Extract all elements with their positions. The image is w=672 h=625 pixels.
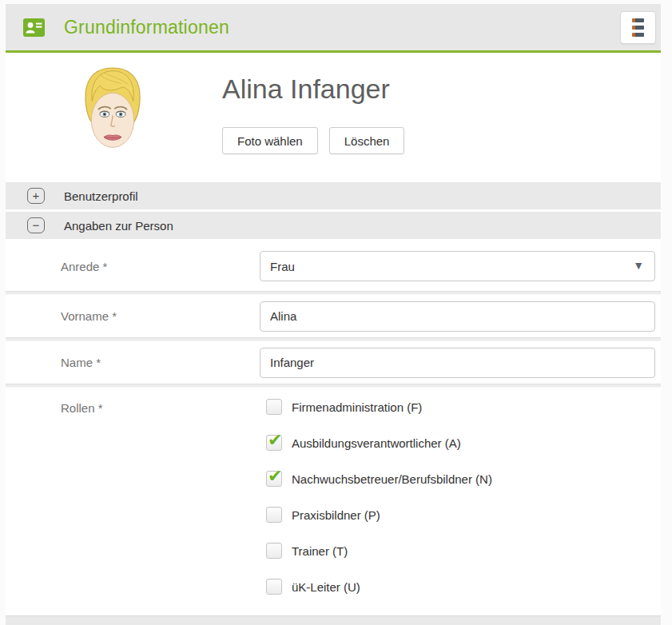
- form-row-name: Name *: [6, 341, 661, 384]
- choose-photo-button[interactable]: Foto wählen: [222, 127, 318, 154]
- role-label: Trainer (T): [292, 544, 348, 558]
- checkbox-ausbildungsverantwortlicher[interactable]: [266, 435, 282, 451]
- section-label: Benutzerprofil: [64, 189, 138, 203]
- section-benutzerprofil[interactable]: + Benutzerprofil: [6, 182, 661, 209]
- checkbox-trainer[interactable]: [266, 543, 282, 559]
- role-label: Firmenadministration (F): [292, 400, 422, 414]
- role-label: Praxisbildner (P): [292, 508, 380, 522]
- menu-bar-icon: [632, 26, 644, 30]
- section-angaben-zur-person[interactable]: − Angaben zur Person: [6, 212, 661, 239]
- role-firmenadministration[interactable]: Firmenadministration (F): [266, 399, 661, 415]
- anrede-selected-value: Frau: [270, 260, 295, 273]
- role-label: üK-Leiter (U): [292, 580, 360, 594]
- menu-bar-icon: [632, 33, 644, 37]
- role-label: Nachwuchsbetreuer/Berufsbildner (N): [292, 472, 492, 486]
- form-row-vorname: Vorname *: [6, 295, 661, 337]
- role-trainer[interactable]: Trainer (T): [266, 543, 661, 559]
- role-praxisbildner[interactable]: Praxisbildner (P): [266, 507, 661, 523]
- panel-header: Grundinformationen: [6, 4, 661, 53]
- profile-name: Alina Infanger: [222, 74, 404, 105]
- profile-details: Alina Infanger Foto wählen Löschen: [222, 53, 404, 154]
- page-title: Grundinformationen: [64, 17, 229, 38]
- role-nachwuchsbetreuer[interactable]: Nachwuchsbetreuer/Berufsbildner (N): [266, 471, 661, 487]
- name-label: Name *: [61, 356, 260, 369]
- grundinformationen-panel: Grundinformationen: [6, 4, 661, 625]
- checkbox-uek-leiter[interactable]: [266, 579, 282, 595]
- role-uek-leiter[interactable]: üK-Leiter (U): [266, 579, 661, 595]
- role-label: Ausbildungsverantwortlicher (A): [292, 436, 461, 450]
- expand-icon[interactable]: +: [27, 188, 45, 204]
- anrede-select[interactable]: Frau ▼: [260, 251, 655, 281]
- photo-actions: Foto wählen Löschen: [222, 127, 404, 154]
- menu-bar-icon: [632, 18, 644, 22]
- collapse-icon[interactable]: −: [27, 217, 45, 233]
- id-card-icon: [23, 18, 45, 37]
- vorname-label: Vorname *: [61, 309, 260, 323]
- section-label: Angaben zur Person: [64, 219, 173, 233]
- anrede-label: Anrede *: [61, 260, 260, 273]
- form-row-anrede: Anrede * Frau ▼: [6, 241, 661, 291]
- avatar: [76, 64, 149, 165]
- form-row-rollen: Rollen * Firmenadministration (F) Ausbil…: [6, 388, 661, 612]
- context-menu-button[interactable]: [620, 11, 656, 44]
- profile-section: Alina Infanger Foto wählen Löschen: [6, 53, 661, 181]
- checkbox-firmenadministration[interactable]: [266, 399, 282, 415]
- checkbox-nachwuchsbetreuer[interactable]: [266, 471, 282, 487]
- rollen-label: Rollen *: [61, 388, 260, 415]
- role-ausbildungsverantwortlicher[interactable]: Ausbildungsverantwortlicher (A): [266, 435, 661, 451]
- next-section-header[interactable]: [6, 615, 661, 625]
- roles-list: Firmenadministration (F) Ausbildungsvera…: [260, 388, 661, 595]
- checkbox-praxisbildner[interactable]: [266, 507, 282, 523]
- vorname-input[interactable]: [260, 301, 655, 332]
- name-input[interactable]: [260, 348, 655, 378]
- chevron-down-icon: ▼: [633, 260, 644, 271]
- delete-photo-button[interactable]: Löschen: [329, 127, 405, 154]
